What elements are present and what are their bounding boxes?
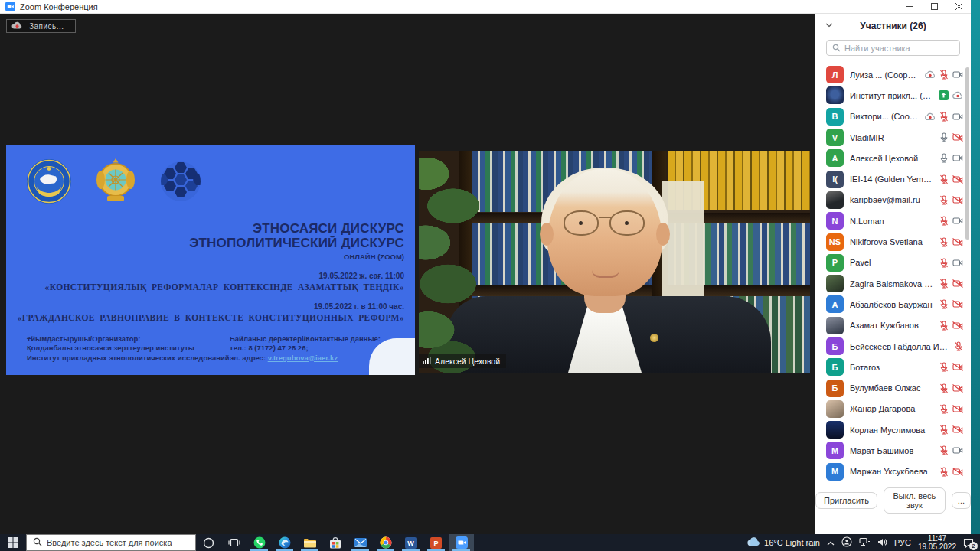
participant-row[interactable]: NSNikiforova Svetlana (815, 231, 971, 252)
taskbar-search-input[interactable]: Введите здесь текст для поиска (26, 534, 196, 551)
participant-row[interactable]: Zagira Baismakova (Институт е... (815, 273, 971, 294)
participant-row[interactable]: ММарат Башимов (815, 440, 971, 461)
mic-muted-icon (939, 467, 949, 477)
participant-row[interactable]: ЛЛуиза ... (Соорганизатор, я) (815, 64, 971, 85)
participant-avatar: I( (826, 171, 844, 188)
participant-status-icons (939, 174, 963, 184)
participant-row[interactable]: ААлексей Цеховой (815, 148, 971, 168)
participant-name: Алексей Цеховой (850, 154, 933, 163)
file-explorer-icon[interactable] (297, 534, 322, 551)
participant-row[interactable]: VVladiMIR (815, 127, 971, 148)
participants-title: Участники (26) (860, 21, 926, 31)
audio-level-icon (423, 357, 431, 366)
close-button[interactable] (946, 0, 971, 13)
participant-row[interactable]: Институт прикл... (Организатор) (815, 85, 971, 106)
participant-row[interactable]: ААбзалбеков Бауржан (815, 294, 971, 315)
edge-icon[interactable] (272, 534, 297, 551)
participant-row[interactable]: NN.Loman (815, 210, 971, 231)
participant-row[interactable]: ББотагоз (815, 357, 971, 377)
participant-name: N.Loman (850, 217, 933, 226)
cloud-record-icon (925, 70, 936, 79)
participant-status-icons (939, 445, 963, 455)
speaker-icon[interactable] (877, 538, 887, 548)
store-icon[interactable] (322, 534, 348, 551)
contact-phone: тел.: 8 (7172) 47 28 26; (230, 344, 381, 354)
participant-avatar: А (826, 149, 844, 167)
zoom-taskbar-icon[interactable] (449, 534, 474, 551)
organizer-ru: Институт прикладных этнополитических исс… (27, 354, 230, 364)
tray-expand-chevron-icon[interactable] (827, 538, 835, 547)
scrollbar[interactable] (965, 67, 969, 240)
more-options-button[interactable]: ... (952, 492, 971, 509)
maximize-button[interactable] (922, 0, 946, 13)
taskbar-search-placeholder: Введите здесь текст для поиска (47, 538, 172, 547)
participants-panel: Участники (26) Найти участника ЛЛуиза ..… (815, 14, 971, 534)
cortana-button[interactable] (196, 534, 221, 551)
task-view-button[interactable] (221, 534, 247, 551)
contact-email-link[interactable]: v.tregubova@iaer.kz (268, 354, 338, 362)
camera-on-icon (952, 446, 963, 455)
slide-date-ru: 19.05.2022 г. в 11:00 час. (14, 302, 404, 311)
clock[interactable]: 11:47 19.05.2022 (918, 534, 956, 551)
plant (419, 151, 481, 373)
participant-row[interactable]: ББейсекеев Габдолла ИПЭИ (815, 336, 971, 357)
chrome-icon[interactable] (373, 534, 398, 551)
invite-button[interactable]: Пригласить (815, 492, 877, 509)
whatsapp-icon[interactable] (247, 534, 272, 551)
slide-contact-block: Байланыс деректері/Контактные данные: те… (230, 334, 381, 364)
start-button[interactable] (0, 534, 26, 551)
participant-name: Pavel (850, 258, 933, 267)
participant-search-input[interactable]: Найти участника (826, 40, 960, 56)
chevron-down-icon[interactable] (825, 23, 833, 28)
weather-cloud-icon (747, 537, 760, 548)
search-icon (832, 41, 841, 55)
mic-muted-icon (939, 174, 949, 184)
record-cloud-icon (11, 21, 23, 31)
network-icon[interactable] (859, 537, 871, 548)
participant-photo-avatar (826, 317, 844, 334)
title-bar: Zoom Конференция (0, 0, 971, 14)
participant-row[interactable]: karipbaev@mail.ru (815, 190, 971, 210)
language-indicator[interactable]: РУС (894, 538, 911, 547)
svg-text:W: W (407, 540, 414, 547)
slide-topic-ru: «ГРАЖДАНСКОЕ РАВНОПРАВИЕ В КОНТЕКСТЕ КОН… (14, 313, 404, 322)
camera-off-icon (952, 175, 963, 184)
participant-row[interactable]: Корлан Муслимова (815, 419, 971, 440)
participant-row[interactable]: I(IEI-14 (Gulden Yemisheva) (815, 168, 971, 189)
participant-name: Жанар Дагарова (850, 404, 933, 413)
participant-avatar: Б (826, 358, 844, 376)
powerpoint-icon[interactable]: P (423, 534, 449, 551)
slide-organizer-block: Ұйымдастырушы/Организатор: Қолданбалы эт… (27, 334, 230, 364)
camera-off-icon (952, 238, 963, 246)
slide-date-kk: 19.05.2022 ж. сағ. 11:00 (14, 272, 404, 280)
mute-all-button[interactable]: Выкл. весь звук (884, 487, 946, 514)
lapel-pin (650, 334, 658, 342)
search-placeholder: Найти участника (844, 44, 910, 53)
notification-center-icon[interactable]: 2 (963, 538, 974, 548)
shared-slide-video: ЭТНОСАЯСИ ДИСКУРС ЭТНОПОЛИТИЧЕСКИЙ ДИСКУ… (6, 145, 415, 375)
participant-row[interactable]: Азамат Кужбанов (815, 315, 971, 336)
participant-name: Азамат Кужбанов (850, 321, 933, 330)
cloud-record-icon (925, 112, 936, 121)
word-icon[interactable]: W (398, 534, 423, 551)
camera-off-icon (952, 363, 963, 371)
participant-row[interactable]: PPavel (815, 253, 971, 273)
notification-badge: 2 (969, 542, 978, 550)
participant-row[interactable]: ББулумбаев Олжас (815, 377, 971, 398)
participant-row[interactable]: Жанар Дагарова (815, 399, 971, 419)
mic-muted-icon (939, 112, 949, 122)
minimize-button[interactable] (897, 0, 922, 13)
participant-row[interactable]: ВВиктори... (Соорганизатор) (815, 106, 971, 127)
mail-icon[interactable] (348, 534, 373, 551)
weather-widget[interactable]: 16°C Light rain (747, 537, 820, 548)
participant-photo-avatar (826, 191, 844, 209)
camera-on-icon (952, 70, 963, 79)
mic-muted-icon (939, 279, 949, 289)
participant-name: Марат Башимов (850, 446, 933, 455)
people-icon[interactable] (841, 536, 852, 549)
participant-name: Луиза ... (Соорганизатор, я) (850, 70, 919, 80)
recording-indicator[interactable]: Запись... (6, 19, 76, 33)
mic-muted-icon (939, 299, 949, 309)
participant-status-icons (939, 299, 963, 309)
participant-row[interactable]: ММаржан Уксукбаева (815, 461, 971, 482)
